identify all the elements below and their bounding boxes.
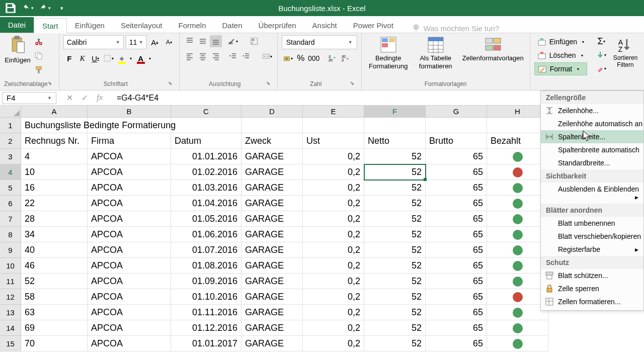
cell-styles[interactable]: Zellenformatvorlagen [460,35,526,80]
cell[interactable]: GARAGE [242,336,303,351]
clear[interactable]: ▾ [595,62,607,74]
row-header[interactable]: 14 [0,320,21,336]
percent-format[interactable]: % [295,52,307,64]
cell[interactable]: GARAGE [242,289,303,305]
font-name-select[interactable]: Calibri▼ [63,35,124,49]
cell[interactable]: 0,2 [303,149,364,164]
cell[interactable]: Bezahlt [487,133,548,149]
cell[interactable]: 52 [21,274,88,289]
cell[interactable]: 0,2 [303,289,364,305]
cell[interactable]: APCOA [88,149,171,164]
cell[interactable] [487,336,548,351]
cell[interactable]: 01.06.2016 [171,227,242,242]
cell[interactable]: APCOA [88,196,171,211]
cell[interactable]: APCOA [88,164,171,180]
fx-button[interactable]: fx [95,93,105,103]
cell[interactable]: 0,2 [303,258,364,274]
cell[interactable]: 65 [426,149,487,164]
increase-decimal[interactable]: ,0,00 [326,52,338,64]
cell[interactable]: 65 [426,289,487,305]
merge-center[interactable]: ▾ [261,50,273,62]
row-header[interactable]: 6 [0,196,21,211]
tab-insert[interactable]: Einfügen [67,18,113,33]
cell[interactable]: 52 [364,180,426,196]
format-as-table[interactable]: Als Tabelle formatieren [413,35,458,80]
row-header[interactable]: 9 [0,242,21,258]
cell[interactable]: 70 [21,336,88,351]
cell[interactable]: 01.05.2016 [171,211,242,227]
clipboard-launcher[interactable]: ⬊ [48,80,55,87]
col-header[interactable]: G [426,106,487,118]
row-header[interactable]: 12 [0,289,21,305]
align-top[interactable] [184,35,196,47]
insert-cells[interactable]: Einfügen▾ [534,35,587,48]
cell[interactable]: 52 [364,305,426,320]
cell[interactable]: APCOA [88,258,171,274]
tab-file[interactable]: Datei [0,17,34,33]
cell[interactable]: APCOA [88,227,171,242]
decrease-indent[interactable] [227,50,239,62]
cell[interactable]: 52 [364,320,426,336]
cell[interactable]: APCOA [88,211,171,227]
row-header[interactable]: 11 [0,274,21,289]
menu-protect-sheet[interactable]: Blatt schützen... [541,269,643,282]
cell[interactable] [487,164,548,180]
comma-format[interactable]: 000 [308,52,320,64]
menu-row-height[interactable]: Zeilenhöhe... [541,104,643,117]
cut-button[interactable] [33,36,44,47]
cell[interactable] [487,320,548,336]
cell[interactable]: 01.03.2016 [171,180,242,196]
cell[interactable]: 65 [426,258,487,274]
format-painter-button[interactable] [33,64,44,75]
cell[interactable]: 65 [426,305,487,320]
menu-format-cells[interactable]: Zellen formatieren... [541,295,643,308]
cell[interactable]: GARAGE [242,196,303,211]
col-header[interactable]: A [21,106,88,118]
tell-me[interactable]: Was möchten Sie tun? [412,24,499,33]
cell[interactable]: 52 [364,196,426,211]
cell[interactable]: 52 [364,274,426,289]
cell[interactable]: 01.07.2016 [171,242,242,258]
cell[interactable]: GARAGE [242,180,303,196]
bold-button[interactable]: F [63,52,75,64]
cell[interactable]: 0,2 [303,242,364,258]
delete-cells[interactable]: Löschen▾ [534,49,587,62]
cell[interactable]: Ust [303,133,364,149]
cell[interactable]: 65 [426,320,487,336]
cell[interactable] [487,227,548,242]
cell[interactable]: Brutto [426,133,487,149]
underline-button[interactable]: U▾ [90,52,102,64]
fill[interactable]: ▾ [595,49,607,61]
row-header[interactable]: 4 [0,164,21,180]
row-header[interactable]: 13 [0,305,21,320]
col-header[interactable]: E [303,106,364,118]
cell[interactable]: Netto [364,133,426,149]
grow-font[interactable]: A▴ [149,36,161,48]
shrink-font[interactable]: A▾ [163,36,175,48]
cell[interactable]: 65 [426,227,487,242]
tab-formulas[interactable]: Formeln [171,18,214,33]
cell[interactable]: Firma [88,133,171,149]
cell[interactable]: 01.09.2016 [171,274,242,289]
cell[interactable] [242,118,303,133]
cell[interactable]: 52 [364,258,426,274]
font-color-button[interactable]: A▾ [135,52,147,64]
cancel-formula[interactable]: ✕ [64,93,74,103]
conditional-formatting[interactable]: Bedingte Formatierung [366,35,411,80]
col-header[interactable]: D [242,106,303,118]
cell[interactable]: 52 [364,211,426,227]
italic-button[interactable]: K [76,52,89,64]
cell[interactable]: 0,2 [303,196,364,211]
cell[interactable]: 01.01.2017 [171,336,242,351]
menu-default-width[interactable]: Standardbreite... [541,156,643,169]
menu-column-width[interactable]: Spaltenbreite... [541,130,643,143]
row-header[interactable]: 3 [0,149,21,164]
accept-formula[interactable]: ✓ [79,93,90,103]
cell[interactable]: GARAGE [242,274,303,289]
cell[interactable]: 63 [21,305,88,320]
tab-data[interactable]: Daten [214,18,251,33]
cell[interactable]: 52 [364,149,426,164]
cell[interactable] [364,118,426,133]
number-format-select[interactable]: Standard▼ [282,35,357,49]
cell[interactable]: 4 [21,149,88,164]
